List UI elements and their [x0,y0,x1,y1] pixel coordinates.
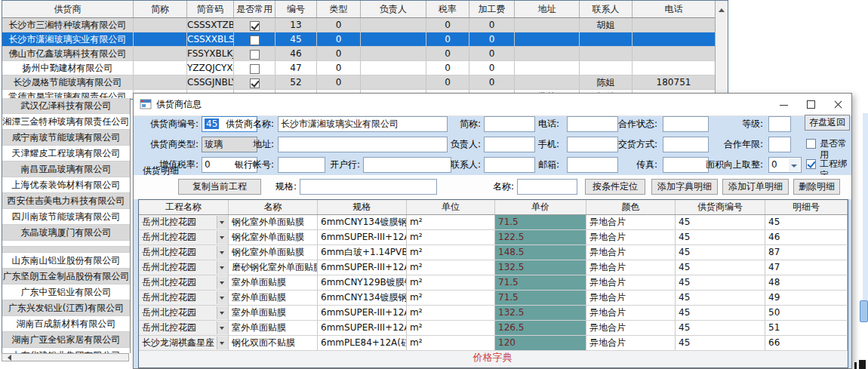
list-item[interactable]: 山东华建铝业集团有限公司 [2,348,130,353]
detail-cell-project[interactable]: 岳州北控花园 [139,275,229,290]
often-used-checkbox[interactable] [806,139,816,149]
detail-column-header-supplier_no[interactable]: 供货商编号 [676,200,765,214]
list-item[interactable]: 湘潭三金特种玻璃有限责任公司 [2,114,130,130]
column-header-common[interactable]: 是否常用 [234,1,275,17]
detail-column-header-detail_no[interactable]: 明细号 [765,200,848,214]
coop-status-field[interactable] [663,116,709,132]
detail-cell-project[interactable]: 岳州北控花园 [139,230,229,244]
supplier-name-field[interactable]: 长沙市潇湘玻璃实业有限公司 [278,116,448,132]
coop-years-field[interactable] [768,137,791,152]
combo-dropdown-icon[interactable] [217,337,228,349]
common-checkbox[interactable] [250,21,260,31]
project-bind-checkbox[interactable] [806,159,816,169]
table-row[interactable]: 佛山市亿鑫玻璃科技有限公司FSSYXBLKJ..46000 [2,47,728,61]
detail-column-header-color[interactable]: 颜色 [586,200,676,214]
column-header-manager[interactable]: 负责人 [361,1,426,17]
combo-dropdown-icon[interactable] [217,321,228,334]
column-header-supplier[interactable]: 供货商 [2,1,134,17]
detail-cell-project[interactable]: 岳州北控花园 [139,215,229,229]
column-header-abbr[interactable]: 简称 [134,1,187,17]
list-item[interactable]: 天津耀皮工程玻璃有限公司 [2,146,130,161]
area-round-up-combo[interactable]: 0 [768,157,802,173]
list-item[interactable]: 武汉亿泽科技有限公司 [2,98,130,114]
add-dictionary-detail-button[interactable]: 添加字典明细 [651,179,718,195]
copy-current-project-button[interactable]: 复制当前工程 [178,179,261,195]
dialog-titlebar[interactable]: 供货商信息 [134,94,851,116]
list-item-empty[interactable] [2,247,130,253]
name-filter-input[interactable] [517,179,577,195]
table-vertical-scrollbar[interactable] [715,1,728,99]
background-scrollbar-thumb[interactable] [860,300,868,322]
list-item[interactable]: 西安佳吉美电力科技有限公司 [2,193,130,209]
combo-dropdown-icon[interactable] [217,291,228,304]
detail-row[interactable]: 岳州北控花园磨砂钢化室外单面贴膜6mmSUPER-III+12A(硅...m²1… [139,260,848,275]
table-row[interactable]: 扬州中勤建材有限公司YZZQJCYXGS47000 [2,61,728,75]
list-item[interactable]: 上海优泰装饰材料有限公司 [2,177,130,193]
detail-column-header-name[interactable]: 名称 [229,200,318,214]
detail-row[interactable]: 岳州北控花园室外单面贴膜6mmCNY134镀膜钢化m²71.5异地合片4549 [139,291,848,306]
detail-row[interactable]: 岳州北控花园钢化室外单面贴膜6mmCNY134镀膜钢化m²71.5异地合片454… [139,215,848,230]
scroll-up-icon[interactable] [719,5,725,12]
detail-column-header-spec[interactable]: 规格 [318,200,407,214]
detail-cell-project[interactable]: 岳州北控花园 [139,245,229,260]
list-item[interactable]: 四川南玻节能玻璃有限公司 [2,209,130,225]
table-row[interactable]: 长沙市三湘特种玻璃有限公司CSSSXTZBL..13000胡姐 [2,18,728,32]
detail-column-header-project[interactable]: 工程名称 [139,200,229,214]
column-header-fee[interactable]: 加工费 [469,1,515,17]
list-item[interactable]: 山东南山铝业股份有限公司 [2,253,130,269]
detail-row[interactable]: 岳州北控花园钢化室外单面贴膜6mm白玻+1.14PVB+6mm...m²148.… [139,245,848,260]
list-item[interactable]: 东晶玻璃厦门有限公司 [2,225,130,241]
column-header-tax[interactable]: 税率 [426,1,469,17]
save-return-button[interactable]: 存盘返回 [805,115,850,131]
detail-column-header-price[interactable]: 单价 [495,200,586,214]
common-checkbox[interactable] [250,78,260,88]
detail-cell-project[interactable]: 长沙龙湖祺鑫星座 [139,336,229,350]
list-item[interactable]: 咸宁南玻节能玻璃有限公司 [2,130,130,146]
list-item[interactable]: 广东坚朗五金制品股份有限公司 [2,269,130,284]
column-header-no[interactable]: 编号 [275,1,317,17]
list-item[interactable]: 广东中亚铝业有限公司 [2,284,130,300]
combo-dropdown-icon[interactable] [217,246,228,259]
detail-row[interactable]: 岳州北控花园室外单面贴膜6mmSUPER-III+12A(硅...m²126.5… [139,321,848,336]
table-row[interactable]: 长沙晟格节能玻璃有限公司CSSGJNBLYXGS52000陈姐180751 [2,75,728,90]
combo-dropdown-icon[interactable] [217,306,228,319]
combo-dropdown-icon[interactable] [789,158,800,171]
add-order-detail-button[interactable]: 添加订单明细 [722,179,789,195]
column-header-type[interactable]: 类型 [317,1,361,17]
address-field[interactable] [278,137,448,152]
common-checkbox[interactable] [250,35,260,45]
combo-dropdown-icon[interactable] [217,261,228,274]
maximize-button[interactable] [797,94,824,115]
list-item[interactable]: 南昌亚晶玻璃有限公司 [2,161,130,177]
detail-column-header-unit[interactable]: 单位 [407,200,495,214]
detail-cell-project[interactable]: 岳州北控花园 [139,321,229,335]
detail-cell-project[interactable]: 岳州北控花园 [139,306,229,320]
detail-cell-project[interactable]: 岳州北控花园 [139,260,229,275]
spec-filter-input[interactable] [300,179,437,195]
close-button[interactable] [824,94,851,115]
scroll-left-icon[interactable] [5,355,11,361]
detail-row[interactable]: 岳州北控花园室外单面贴膜6mmCNY129B镀膜钢化m²71.5异地合片4548 [139,275,848,291]
common-checkbox[interactable] [250,64,260,74]
delete-detail-button[interactable]: 删除明细 [793,179,840,195]
column-header-code[interactable]: 简音码 [187,1,234,17]
delivery-method-field[interactable] [663,137,709,152]
locate-by-condition-button[interactable]: 按条件定位 [585,179,645,195]
detail-row[interactable]: 岳州北控花园钢化室外单面贴膜6mmSUPER-III+12A(硅...m²122… [139,230,848,245]
detail-cell-project[interactable]: 岳州北控花园 [139,291,229,305]
combo-dropdown-icon[interactable] [217,276,228,289]
detail-row[interactable]: 岳州北控花园室外单面贴膜6mmSUPER-III+12A(硅...m²132.5… [139,306,848,321]
detail-row[interactable]: 长沙龙湖祺鑫星座钢化双面不贴膜6mmPLE84+12A(硅酮胶...m²120异… [139,336,848,351]
list-item[interactable]: 湖南百成新材料有限公司 [2,316,130,332]
grade-field[interactable] [768,116,791,132]
column-header-phone[interactable]: 电话 [633,1,716,17]
list-item[interactable]: 湖南广亚全铝家居有限公司 [2,332,130,348]
combo-dropdown-icon[interactable] [217,216,228,229]
common-checkbox[interactable] [250,50,260,60]
combo-dropdown-icon[interactable] [217,231,228,244]
list-item[interactable]: 广东兴发铝业(江西)有限公司 [2,300,130,316]
column-header-addr[interactable]: 地址 [515,1,580,17]
table-row[interactable]: 长沙市潇湘玻璃实业有限公司CSSXXBLSY..45000 [2,32,728,47]
background-scrollbar-track[interactable] [863,113,868,303]
column-header-contact[interactable]: 联系人 [580,1,633,17]
